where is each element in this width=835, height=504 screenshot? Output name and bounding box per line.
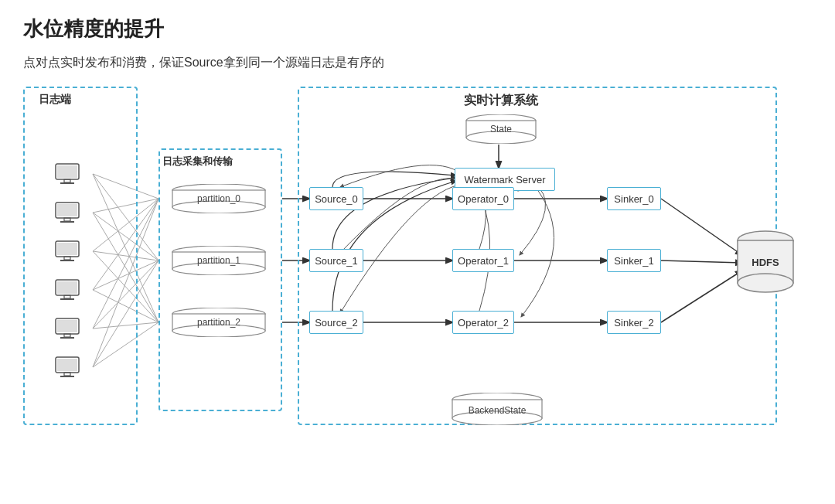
svg-text:State: State [490,124,512,135]
svg-text:BackendState: BackendState [469,405,527,416]
state-cylinder: State [462,114,540,144]
computer-icon-2 [54,201,85,228]
svg-point-77 [738,274,793,292]
source-0-box: Source_0 [309,187,363,210]
svg-rect-40 [57,243,77,255]
svg-text:partition_1: partition_1 [197,255,240,266]
svg-rect-32 [57,165,77,178]
svg-text:partition_0: partition_0 [197,193,240,204]
subtitle: 点对点实时发布和消费，保证Source拿到同一个源端日志是有序的 [23,55,812,71]
sinker-2-box: Sinker_2 [607,311,661,334]
svg-rect-36 [57,204,77,216]
computer-icon-5 [54,317,85,344]
operator-2-box: Operator_2 [452,311,514,334]
partition-1: partition_1 [165,246,273,275]
svg-rect-50 [60,337,74,339]
collect-label: 日志采集和传输 [162,155,233,169]
svg-rect-52 [57,359,77,371]
svg-rect-48 [57,320,77,332]
hdfs-cylinder: HDFS [734,230,796,299]
computer-icon-4 [54,278,85,305]
svg-text:HDFS: HDFS [752,257,779,268]
log-end-label: 日志端 [39,93,71,107]
svg-text:partition_2: partition_2 [197,317,240,328]
diagram-area: 日志端 日志采集和传输 [23,87,812,464]
sinker-1-box: Sinker_1 [607,249,661,272]
computer-icon-1 [54,162,85,189]
operator-0-box: Operator_0 [452,187,514,210]
backend-state-cylinder: BackendState [447,393,547,425]
svg-rect-34 [60,182,74,184]
source-2-box: Source_2 [309,311,363,334]
svg-rect-54 [60,376,74,377]
svg-rect-44 [57,281,77,294]
computer-icon-3 [54,240,85,267]
partition-0: partition_0 [165,184,273,213]
partition-2: partition_2 [165,308,273,337]
source-1-box: Source_1 [309,249,363,272]
sinker-0-box: Sinker_0 [607,187,661,210]
realtime-label: 实时计算系统 [464,93,538,109]
svg-rect-42 [60,260,74,261]
page-title: 水位精度的提升 [23,15,812,43]
computer-icon-6 [54,356,85,383]
svg-rect-38 [60,221,74,223]
svg-rect-46 [60,298,74,300]
operator-1-box: Operator_1 [452,249,514,272]
